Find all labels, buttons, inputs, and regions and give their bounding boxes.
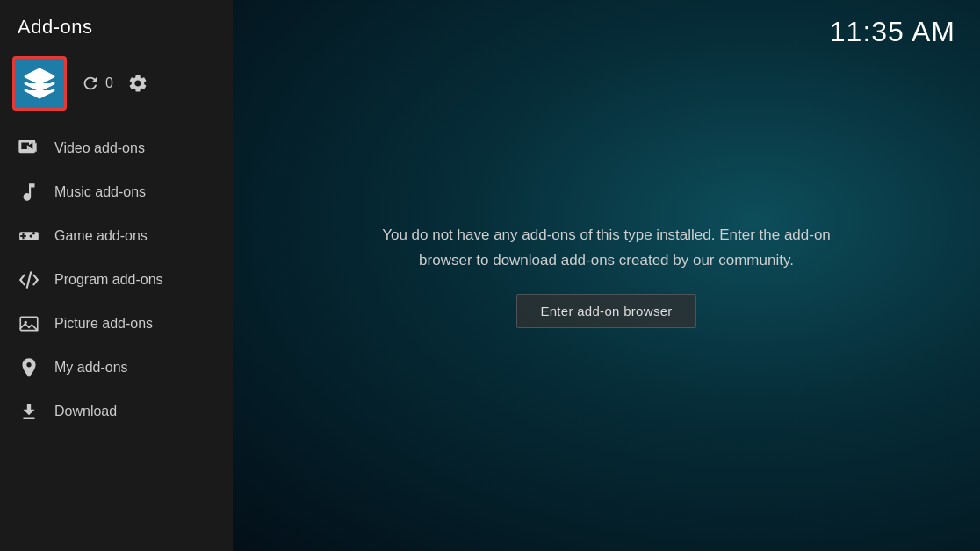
sidebar-item-my-addons[interactable]: My add-ons (0, 346, 233, 390)
sidebar-toolbar: 0 (0, 49, 233, 123)
sidebar-item-program[interactable]: Program add-ons (0, 258, 233, 302)
program-icon (18, 268, 40, 291)
toolbar-actions: 0 (81, 73, 148, 94)
refresh-area[interactable]: 0 (81, 74, 113, 93)
download-icon (18, 400, 40, 423)
no-addons-message: You do not have any add-ons of this type… (361, 223, 853, 272)
sidebar-navigation: Video add-ons Music add-ons Game add-ons… (0, 126, 233, 551)
package-svg (23, 67, 56, 100)
page-title: Add-ons (0, 0, 233, 49)
enter-addon-browser-button[interactable]: Enter add-on browser (516, 294, 695, 328)
main-content: 11:35 AM You do not have any add-ons of … (233, 0, 980, 551)
program-addons-label: Program add-ons (54, 272, 163, 288)
music-addons-label: Music add-ons (54, 184, 146, 200)
game-icon (18, 225, 40, 247)
my-addons-label: My add-ons (54, 360, 128, 376)
video-icon (18, 137, 40, 160)
sidebar-item-music[interactable]: Music add-ons (0, 170, 233, 214)
picture-addons-label: Picture add-ons (54, 316, 153, 332)
music-icon (18, 181, 40, 204)
sidebar-item-video[interactable]: Video add-ons (0, 126, 233, 170)
settings-icon[interactable] (127, 73, 148, 94)
message-box: You do not have any add-ons of this type… (361, 223, 853, 327)
sidebar-item-picture[interactable]: Picture add-ons (0, 302, 233, 346)
clock: 11:35 AM (830, 16, 955, 48)
addon-package-icon[interactable] (12, 56, 67, 111)
sidebar-item-game[interactable]: Game add-ons (0, 214, 233, 258)
sidebar: Add-ons 0 (0, 0, 233, 551)
video-addons-label: Video add-ons (54, 140, 145, 156)
game-addons-label: Game add-ons (54, 228, 148, 244)
picture-icon (18, 312, 40, 335)
sidebar-item-download[interactable]: Download (0, 390, 233, 433)
download-label: Download (54, 404, 117, 419)
refresh-icon (81, 74, 100, 93)
refresh-count: 0 (105, 75, 113, 91)
my-addons-icon (18, 356, 40, 379)
